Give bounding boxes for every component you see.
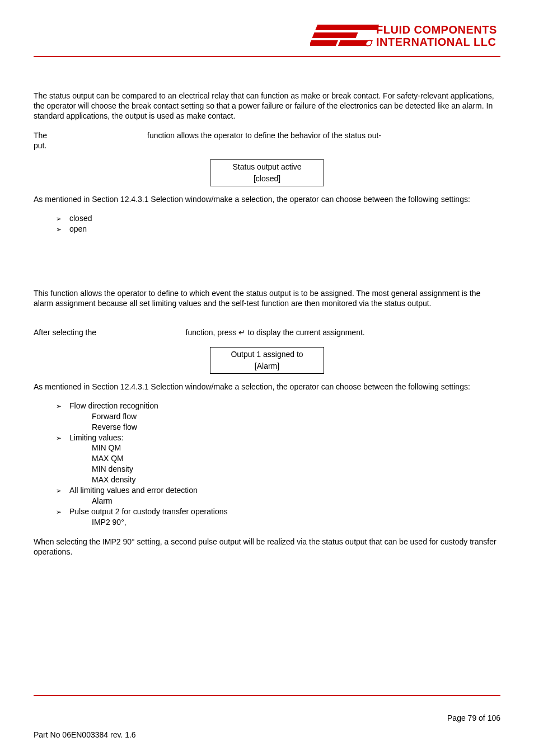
s2-p2-end: function, press ↵ to display the current… [186, 328, 365, 337]
header: FLUID COMPONENTS INTERNATIONAL LLC [34, 17, 500, 56]
s2-b4: Pulse output 2 for custody transfer oper… [69, 506, 228, 517]
fci-logo: FLUID COMPONENTS INTERNATIONAL LLC [310, 24, 500, 49]
arrow-icon: ➢ [56, 225, 69, 234]
list-item: ➢ Pulse output 2 for custody transfer op… [56, 506, 500, 517]
s2-box-line1: Output 1 assigned to [214, 349, 320, 360]
arrow-icon: ➢ [56, 214, 69, 223]
s2-p2-start: After selecting the [34, 328, 96, 337]
logo-text-2: INTERNATIONAL LLC [376, 36, 496, 48]
s2-box-line2: [Alarm] [214, 360, 320, 372]
s1-bullets: ➢ closed ➢ open [56, 213, 500, 234]
svg-rect-2 [310, 40, 338, 46]
list-item: ➢ All limiting values and error detectio… [56, 485, 500, 496]
s1-b1: closed [69, 213, 92, 224]
s2-b2s1: MIN QM [92, 443, 500, 453]
s2-b2s4: MAX density [92, 475, 500, 485]
footer-rule [34, 695, 500, 696]
header-rule [34, 56, 500, 57]
s1-p2-line2: put. [34, 141, 46, 150]
s1-p2-end: function allows the operator to define t… [147, 131, 381, 140]
content: The status output can be compared to an … [34, 91, 500, 557]
arrow-icon: ➢ [56, 486, 69, 495]
s2-b4s1: IMP2 90°, [92, 517, 500, 528]
s1-p3: As mentioned in Section 12.4.3.1 Selecti… [34, 194, 500, 204]
s2-b1s1: Forward flow [92, 411, 500, 422]
svg-rect-0 [315, 25, 379, 30]
s1-display-box: Status output active [closed] [210, 159, 324, 186]
s1-box-line2: [closed] [214, 173, 320, 185]
svg-rect-1 [312, 32, 358, 38]
s2-p3: As mentioned in Section 12.4.3.1 Selecti… [34, 382, 500, 392]
arrow-icon: ➢ [56, 434, 69, 443]
list-item: ➢ Limiting values: [56, 433, 500, 443]
s1-box-line1: Status output active [214, 161, 320, 173]
s2-p2-mid [96, 328, 185, 337]
s1-p2: The function allows the operator to defi… [34, 130, 500, 151]
page-number: Page 79 of 106 [447, 713, 500, 722]
s2-p2: After selecting the function, press ↵ to… [34, 327, 500, 337]
s2-bullets: ➢ Flow direction recognition Forward flo… [56, 401, 500, 528]
s2-b2s3: MIN density [92, 464, 500, 475]
s1-p1: The status output can be compared to an … [34, 91, 500, 121]
s1-p2-mid [47, 131, 147, 140]
arrow-icon: ➢ [56, 402, 69, 411]
s2-b3: All limiting values and error detection [69, 485, 198, 496]
list-item: ➢ closed [56, 213, 500, 224]
s2-p4: When selecting the IMP2 90° setting, a s… [34, 537, 500, 557]
s2-b2: Limiting values: [69, 433, 124, 443]
s2-b2s2: MAX QM [92, 453, 500, 464]
part-number: Part No 06EN003384 rev. 1.6 [34, 730, 136, 739]
s1-b2: open [69, 224, 87, 234]
s2-b1s2: Reverse flow [92, 422, 500, 433]
list-item: ➢ Flow direction recognition [56, 401, 500, 411]
s2-p1: This function allows the operator to def… [34, 288, 500, 308]
s2-b1: Flow direction recognition [69, 401, 158, 411]
spacer [34, 243, 500, 288]
arrow-icon: ➢ [56, 508, 69, 516]
page: FLUID COMPONENTS INTERNATIONAL LLC The s… [0, 0, 534, 756]
logo-text-1: FLUID COMPONENTS [376, 24, 497, 36]
s2-b3s1: Alarm [92, 496, 500, 506]
s1-p2-start: The [34, 131, 47, 140]
list-item: ➢ open [56, 224, 500, 234]
s2-display-box: Output 1 assigned to [Alarm] [210, 347, 324, 374]
